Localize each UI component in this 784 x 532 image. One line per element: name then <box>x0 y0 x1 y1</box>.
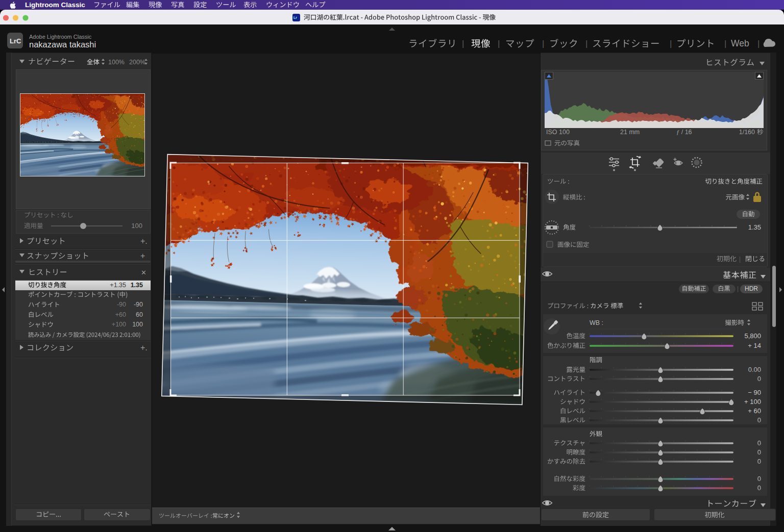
svg-text:0.00: 0.00 <box>748 366 761 373</box>
svg-text:0: 0 <box>757 416 761 424</box>
svg-text:|: | <box>542 39 544 48</box>
svg-text:100%: 100% <box>108 59 125 66</box>
svg-text:1.35: 1.35 <box>131 282 143 289</box>
svg-text:|: | <box>737 285 739 292</box>
svg-text:21 mm: 21 mm <box>620 129 640 136</box>
svg-text:WB :: WB : <box>590 319 603 326</box>
svg-text:60: 60 <box>136 311 143 318</box>
svg-text:nakazawa takashi: nakazawa takashi <box>29 40 96 49</box>
svg-text:+100: +100 <box>112 321 126 328</box>
svg-text:0: 0 <box>757 439 761 447</box>
svg-text:✕: ✕ <box>141 269 146 276</box>
svg-text:1/160: 1/160 <box>739 129 755 136</box>
svg-text:0: 0 <box>757 375 761 383</box>
svg-text:− 90: − 90 <box>748 389 761 396</box>
svg-text:+ 60: + 60 <box>748 407 761 415</box>
svg-text:|: | <box>739 256 741 263</box>
svg-text:1.35: 1.35 <box>748 223 761 231</box>
svg-text:5,800: 5,800 <box>744 332 761 340</box>
svg-text:0: 0 <box>757 475 761 483</box>
svg-text:|: | <box>670 39 672 48</box>
svg-text:100: 100 <box>131 222 142 230</box>
svg-text:0: 0 <box>757 458 761 465</box>
svg-text:+ 14: + 14 <box>748 342 761 349</box>
svg-text:0: 0 <box>757 484 761 492</box>
svg-text:Adobe Lightroom Classic: Adobe Lightroom Classic <box>29 34 92 40</box>
svg-text:200%: 200% <box>129 59 145 66</box>
svg-text:ƒ / 16: ƒ / 16 <box>676 129 692 136</box>
svg-text:Web: Web <box>731 38 749 48</box>
svg-text:+60: +60 <box>115 311 126 318</box>
svg-text:+.: +. <box>140 343 148 352</box>
svg-text:|: | <box>498 39 500 48</box>
svg-text:+.: +. <box>140 237 148 245</box>
svg-text:-90: -90 <box>117 301 126 308</box>
svg-text:+: + <box>140 251 145 260</box>
svg-text:|: | <box>585 39 587 48</box>
svg-text:|: | <box>462 39 464 48</box>
svg-text:100: 100 <box>132 321 143 328</box>
svg-text:-90: -90 <box>134 301 143 308</box>
svg-text:LrC: LrC <box>10 37 21 45</box>
svg-text:+1.35: +1.35 <box>110 282 126 289</box>
svg-text:Lightroom Classic: Lightroom Classic <box>25 1 85 9</box>
svg-text:0: 0 <box>757 448 761 456</box>
svg-text:ISO 100: ISO 100 <box>546 129 570 136</box>
svg-text:Lr: Lr <box>293 16 297 19</box>
svg-text:|: | <box>724 39 726 48</box>
svg-text:+ 100: + 100 <box>744 398 761 406</box>
svg-text:|: | <box>757 39 760 48</box>
svg-text:HDR: HDR <box>745 285 758 292</box>
